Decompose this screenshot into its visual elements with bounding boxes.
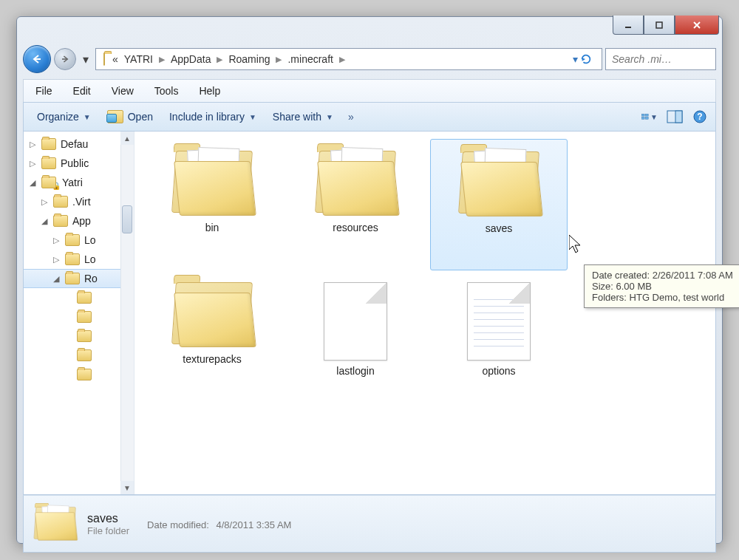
navigation-tree: ▷Defau▷Public◢🔒Yatri▷.Virt◢App▷Lo▷Lo◢Ro … — [24, 132, 134, 494]
forward-button[interactable] — [54, 48, 76, 70]
folder-icon — [65, 234, 80, 246]
folder-icon — [77, 369, 92, 380]
search-input[interactable] — [612, 53, 709, 65]
tree-item-Lo[interactable]: ▷Lo — [24, 231, 134, 250]
file-list[interactable]: Date created: 2/26/2011 7:08 AM Size: 6.… — [134, 132, 715, 494]
breadcrumb-1[interactable]: AppData — [171, 53, 211, 65]
open-label: Open — [128, 111, 153, 123]
menu-file[interactable]: File — [25, 83, 63, 99]
organize-label: Organize — [37, 111, 79, 123]
svg-rect-6 — [641, 114, 644, 116]
organize-button[interactable]: Organize▼ — [31, 108, 97, 126]
scroll-thumb[interactable] — [122, 205, 132, 233]
collapse-icon[interactable]: ◢ — [53, 274, 62, 284]
tree-item-10[interactable] — [24, 327, 134, 346]
refresh-button[interactable]: ▾ — [567, 52, 599, 66]
tree-item-Public[interactable]: ▷Public — [24, 154, 134, 173]
details-pane: saves File folder Date modified: 4/8/201… — [23, 495, 716, 553]
minimize-button[interactable] — [613, 16, 644, 35]
collapse-icon[interactable]: ◢ — [41, 216, 50, 226]
expand-icon[interactable]: ▷ — [53, 255, 62, 264]
folder-icon — [41, 177, 56, 188]
menu-view[interactable]: View — [101, 83, 144, 99]
tree-item-label: Ro — [84, 273, 98, 284]
history-dropdown[interactable]: ▾ — [79, 49, 92, 69]
expand-icon[interactable]: ▷ — [53, 236, 62, 245]
include-library-button[interactable]: Include in library▼ — [163, 108, 262, 126]
share-with-button[interactable]: Share with▼ — [267, 108, 339, 126]
collapse-icon[interactable]: ◢ — [30, 178, 38, 188]
expand-icon[interactable]: ▷ — [30, 159, 38, 168]
open-button[interactable]: Open — [101, 107, 159, 126]
tree-item-11[interactable] — [24, 346, 134, 365]
folder-icon — [456, 147, 542, 218]
thumbnails-icon — [641, 110, 649, 123]
details-name: saves — [87, 512, 129, 525]
close-button[interactable] — [675, 16, 719, 35]
folder-icon — [41, 138, 56, 150]
tree-item-label: Lo — [84, 253, 96, 265]
scroll-down-icon[interactable]: ▼ — [120, 481, 134, 494]
tree-item-8[interactable] — [24, 288, 134, 307]
scroll-up-icon[interactable]: ▲ — [120, 132, 134, 145]
address-bar[interactable]: « YATRI ▶ AppData ▶ Roaming ▶ .minecraft… — [95, 48, 602, 70]
breadcrumb-3[interactable]: .minecraft — [287, 53, 333, 65]
view-options-button[interactable]: ▼ — [641, 110, 658, 123]
expand-icon[interactable]: ▷ — [30, 140, 38, 149]
folder-icon — [65, 273, 80, 284]
folder-icon — [77, 311, 92, 323]
tree-item-12[interactable] — [24, 365, 134, 384]
open-folder-icon — [107, 110, 123, 123]
search-box[interactable] — [605, 48, 716, 70]
toolbar-overflow[interactable]: » — [344, 111, 358, 123]
folder-icon — [101, 53, 108, 65]
file-item-resources[interactable]: resources — [287, 139, 424, 270]
details-modified-label: Date modified: — [147, 519, 209, 530]
content-area: ▷Defau▷Public◢🔒Yatri▷.Virt◢App▷Lo▷Lo◢Ro … — [23, 132, 716, 495]
file-label: texturepacks — [183, 353, 241, 365]
tree-item-Yatri[interactable]: ◢🔒Yatri — [24, 173, 134, 192]
tree-item-.Virt[interactable]: ▷.Virt — [24, 192, 134, 211]
chevron-right-icon: ▶ — [270, 55, 287, 64]
svg-rect-11 — [675, 111, 682, 123]
preview-pane-button[interactable] — [667, 110, 683, 123]
cursor-icon — [569, 235, 584, 259]
breadcrumb-0[interactable]: YATRI — [118, 53, 153, 65]
menu-help[interactable]: Help — [188, 83, 231, 99]
folder-icon — [313, 146, 398, 217]
svg-rect-7 — [646, 114, 649, 116]
help-button[interactable]: ? — [692, 110, 708, 123]
tree-item-Defau[interactable]: ▷Defau — [24, 134, 134, 154]
folder-icon — [65, 253, 80, 265]
help-icon: ? — [693, 110, 706, 123]
svg-rect-9 — [646, 117, 649, 119]
breadcrumb-prefix: « — [112, 53, 118, 65]
details-modified-value: 4/8/2011 3:35 AM — [217, 519, 292, 530]
svg-text:?: ? — [697, 112, 702, 122]
tree-item-App[interactable]: ◢App — [24, 211, 134, 231]
sidebar-scrollbar[interactable]: ▲ ▼ — [120, 132, 134, 494]
file-label: saves — [486, 222, 513, 234]
preview-pane-icon — [667, 110, 683, 123]
folder-icon — [169, 278, 255, 349]
expand-icon[interactable]: ▷ — [41, 197, 50, 207]
file-item-texturepacks[interactable]: texturepacks — [143, 270, 281, 402]
tree-item-label: .Virt — [72, 196, 91, 208]
menu-tools[interactable]: Tools — [144, 83, 189, 99]
file-item-options[interactable]: options — [430, 270, 568, 402]
details-type: File folder — [87, 525, 129, 536]
back-button[interactable] — [23, 45, 51, 73]
file-label: resources — [333, 222, 378, 233]
menu-edit[interactable]: Edit — [63, 83, 101, 99]
include-label: Include in library — [169, 111, 245, 123]
maximize-button[interactable] — [644, 16, 675, 35]
file-item-saves[interactable]: saves — [430, 139, 568, 270]
file-item-bin[interactable]: bin — [143, 139, 281, 270]
file-item-lastlogin[interactable]: lastlogin — [287, 270, 424, 402]
breadcrumb-2[interactable]: Roaming — [228, 53, 270, 65]
tree-item-9[interactable] — [24, 307, 134, 327]
command-bar: Organize▼ Open Include in library▼ Share… — [23, 102, 716, 132]
tooltip-date: Date created: 2/26/2011 7:08 AM — [592, 270, 733, 281]
tree-item-Ro[interactable]: ◢Ro — [24, 269, 134, 288]
tree-item-Lo[interactable]: ▷Lo — [24, 250, 134, 269]
